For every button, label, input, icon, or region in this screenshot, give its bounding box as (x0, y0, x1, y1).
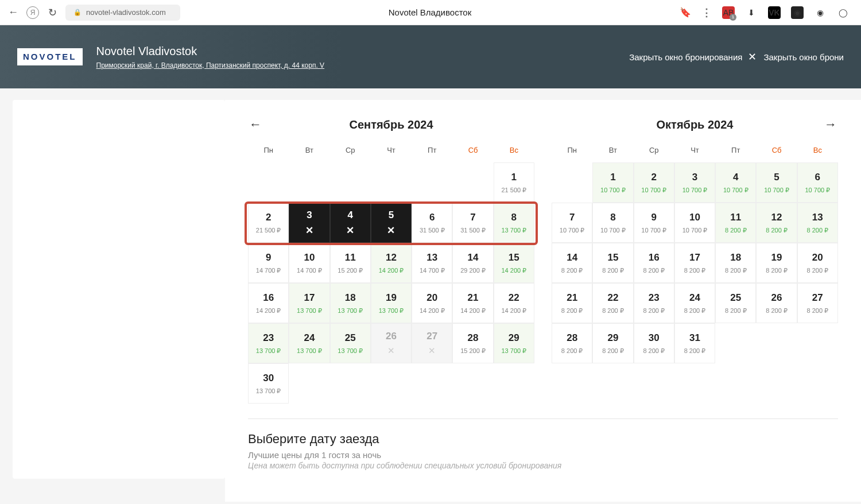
day-cell[interactable]: 198 200 ₽ (756, 243, 797, 283)
bookmark-icon[interactable]: 🔖 (680, 7, 691, 18)
day-cell[interactable]: 210 700 ₽ (634, 162, 674, 203)
day-cell[interactable]: 610 700 ₽ (797, 162, 838, 203)
day-cell[interactable]: 910 700 ₽ (634, 203, 674, 243)
day-cell[interactable]: 914 700 ₽ (248, 243, 289, 283)
day-cell[interactable]: 731 500 ₽ (452, 203, 493, 243)
download-icon[interactable]: ⬇ (745, 6, 758, 19)
day-cell[interactable]: 2313 700 ₽ (248, 323, 289, 363)
day-number: 28 (468, 332, 479, 344)
day-price: 8 200 ₽ (561, 307, 583, 315)
day-number: 23 (649, 292, 660, 304)
shazam-icon[interactable]: ◉ (814, 6, 827, 19)
hotel-address[interactable]: Приморский край, г. Владивосток, Партиза… (96, 61, 325, 69)
day-cell[interactable]: 158 200 ₽ (592, 243, 633, 283)
day-cell[interactable]: 318 200 ₽ (674, 323, 715, 363)
day-number: 22 (509, 292, 519, 304)
day-cell[interactable]: 2114 200 ₽ (452, 283, 493, 323)
day-cell[interactable]: 3013 700 ₽ (248, 363, 289, 404)
day-price: 14 700 ₽ (256, 267, 281, 274)
day-cell[interactable]: 1813 700 ₽ (330, 283, 371, 323)
day-cell[interactable]: 310 700 ₽ (674, 162, 715, 203)
day-cell[interactable]: 268 200 ₽ (756, 283, 797, 323)
adblock-icon[interactable]: AB1 (722, 6, 735, 19)
day-cell[interactable]: 228 200 ₽ (592, 283, 633, 323)
day-cell[interactable]: 118 200 ₽ (715, 203, 756, 243)
day-cell[interactable]: 710 700 ₽ (552, 203, 592, 243)
day-cell[interactable]: 221 500 ₽ (248, 203, 289, 243)
price-disclaimer: Цена может быть доступна при соблюдении … (248, 461, 838, 470)
next-month-button[interactable]: → (823, 117, 838, 132)
day-price: 14 200 ₽ (256, 307, 281, 315)
reload-icon[interactable]: ↻ (46, 6, 59, 19)
day-cell: 5✕ (371, 203, 412, 243)
day-cell[interactable]: 148 200 ₽ (552, 243, 592, 283)
day-cell[interactable]: 2214 200 ₽ (494, 283, 534, 323)
day-number: 17 (304, 292, 315, 304)
day-cell[interactable]: 110 700 ₽ (592, 162, 633, 203)
extension-icon[interactable]: ◉ (791, 6, 804, 19)
day-cell[interactable]: 1514 200 ₽ (494, 243, 534, 283)
day-cell[interactable]: 208 200 ₽ (797, 243, 838, 283)
day-cell[interactable]: 1713 700 ₽ (289, 283, 329, 323)
day-cell[interactable]: 218 200 ₽ (552, 283, 592, 323)
day-cell[interactable]: 1913 700 ₽ (371, 283, 412, 323)
day-cell[interactable]: 121 500 ₽ (494, 162, 534, 203)
day-cell[interactable]: 1014 700 ₽ (289, 243, 329, 283)
day-cell[interactable]: 278 200 ₽ (797, 283, 838, 323)
day-cell[interactable]: 1429 200 ₽ (452, 243, 493, 283)
day-cell[interactable]: 258 200 ₽ (715, 283, 756, 323)
day-cell[interactable]: 2513 700 ₽ (330, 323, 371, 363)
alice-icon[interactable]: ◯ (837, 6, 850, 19)
day-price: 8 200 ₽ (602, 347, 624, 355)
close-booking-button[interactable]: Закрыть окно бронирования ✕ (629, 51, 757, 63)
day-number: 6 (429, 212, 435, 223)
yandex-home-icon[interactable]: Я (26, 6, 39, 19)
day-cell[interactable]: 308 200 ₽ (634, 323, 674, 363)
day-cell[interactable]: 1115 200 ₽ (330, 243, 371, 283)
prev-month-button[interactable]: ← (248, 117, 263, 132)
day-cell[interactable]: 1214 200 ₽ (371, 243, 412, 283)
day-cell[interactable]: 1010 700 ₽ (674, 203, 715, 243)
day-cell[interactable]: 2815 200 ₽ (452, 323, 493, 363)
day-price: 10 700 ₽ (682, 187, 708, 194)
browser-bar: ← Я ↻ 🔒 novotel-vladivostok.com Novotel … (0, 0, 861, 25)
day-number: 16 (263, 292, 274, 304)
back-icon[interactable]: ← (7, 6, 20, 19)
day-cell[interactable]: 248 200 ₽ (674, 283, 715, 323)
day-cell[interactable]: 2014 200 ₽ (412, 283, 452, 323)
day-cell[interactable]: 288 200 ₽ (552, 323, 592, 363)
menu-dots-icon[interactable]: ⋮ (701, 6, 712, 19)
day-cell[interactable]: 2913 700 ₽ (494, 323, 534, 363)
day-cell: 4✕ (330, 203, 371, 243)
day-number: 11 (345, 252, 356, 263)
vk-icon[interactable]: VK (768, 6, 781, 19)
day-cell[interactable]: 168 200 ₽ (634, 243, 674, 283)
day-cell[interactable]: 128 200 ₽ (756, 203, 797, 243)
day-number: 1 (511, 172, 517, 183)
day-price: 14 700 ₽ (297, 267, 322, 274)
month-september: ← Сентябрь 2024 ПнВтСрЧтПтСбВс 121 500 ₽… (248, 117, 534, 404)
day-cell[interactable]: 510 700 ₽ (756, 162, 797, 203)
day-price: 8 200 ₽ (684, 347, 706, 355)
weekday-label: Ср (634, 141, 674, 160)
day-cell[interactable]: 188 200 ₽ (715, 243, 756, 283)
weekday-label: Пн (248, 141, 289, 160)
day-number: 17 (689, 252, 700, 263)
day-price: 13 700 ₽ (501, 227, 526, 234)
day-cell[interactable]: 1314 700 ₽ (412, 243, 452, 283)
day-cell[interactable]: 410 700 ₽ (715, 162, 756, 203)
day-price: 8 200 ₽ (807, 307, 829, 315)
day-cell[interactable]: 178 200 ₽ (674, 243, 715, 283)
close-booking-button-2[interactable]: Закрыть окно брони (763, 52, 844, 62)
day-cell[interactable]: 1614 200 ₽ (248, 283, 289, 323)
day-number: 6 (815, 172, 820, 183)
day-cell[interactable]: 631 500 ₽ (412, 203, 452, 243)
url-bar[interactable]: 🔒 novotel-vladivostok.com (65, 5, 180, 21)
day-cell[interactable]: 2413 700 ₽ (289, 323, 329, 363)
day-cell[interactable]: 813 700 ₽ (494, 203, 534, 243)
day-cell[interactable]: 298 200 ₽ (592, 323, 633, 363)
month-title-2: Октябрь 2024 (567, 118, 823, 131)
day-cell[interactable]: 810 700 ₽ (592, 203, 633, 243)
day-cell[interactable]: 238 200 ₽ (634, 283, 674, 323)
day-cell[interactable]: 138 200 ₽ (797, 203, 838, 243)
